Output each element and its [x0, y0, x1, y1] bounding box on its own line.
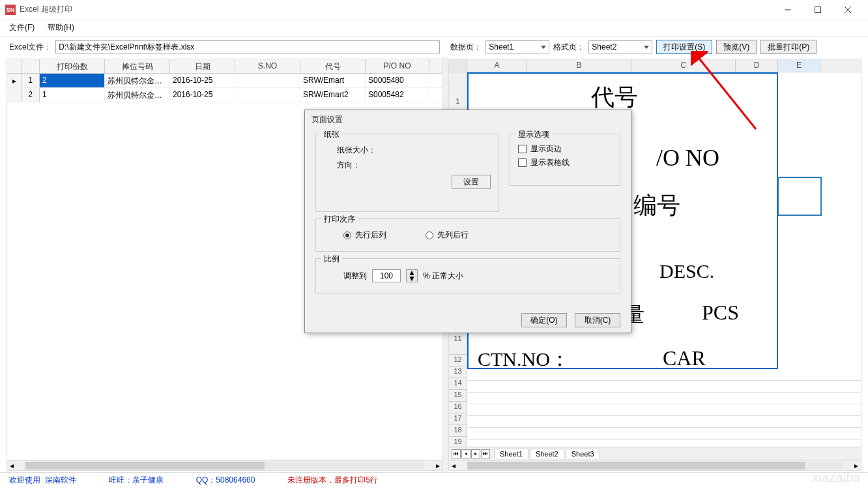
file-path-input[interactable]: [55, 40, 440, 53]
tab-nav-next-icon[interactable]: ▸: [471, 449, 480, 458]
row-first-radio[interactable]: 先行后列: [343, 230, 386, 241]
close-button[interactable]: [833, 0, 863, 20]
spinner-down-icon[interactable]: ▼: [407, 276, 417, 282]
col-first-radio[interactable]: 先列后行: [426, 230, 469, 241]
sheet-gridlines: [467, 369, 861, 447]
tab-nav-last-icon[interactable]: ⏭: [481, 449, 490, 458]
paper-size-label: 纸张大小：: [337, 145, 376, 156]
tab-sheet2[interactable]: Sheet2: [530, 449, 564, 458]
grid-hscroll[interactable]: ◂▸: [7, 460, 442, 470]
col-header-code[interactable]: 代号: [300, 59, 366, 73]
print-settings-button[interactable]: 打印设置(S): [656, 40, 712, 54]
tab-sheet3[interactable]: Sheet3: [566, 449, 600, 458]
ok-button[interactable]: 确定(O): [521, 313, 567, 327]
sheet-tabs: ⏮ ◂ ▸ ⏭ Sheet1 Sheet2 Sheet3: [449, 447, 861, 460]
status-qq-label: QQ：: [196, 475, 216, 485]
menu-file[interactable]: 文件(F): [9, 22, 35, 33]
sheet-cell-text: 编号: [633, 190, 680, 222]
row-header[interactable]: 18: [449, 425, 467, 437]
col-header-a[interactable]: A: [467, 59, 527, 72]
row-header[interactable]: 19: [449, 437, 467, 447]
normal-size-label: % 正常大小: [423, 271, 463, 282]
cell-booth[interactable]: 苏州贝特尔金…: [105, 74, 170, 87]
table-row[interactable]: ▸ 1 2 苏州贝特尔金… 2016-10-25 SRW/Emart S0005…: [7, 74, 442, 88]
toolbar: Excel文件： 数据页： Sheet1 格式页： Sheet2 打印设置(S)…: [0, 37, 868, 57]
paper-settings-button[interactable]: 设置: [452, 175, 491, 189]
data-page-combo[interactable]: Sheet1: [485, 40, 549, 53]
row-header[interactable]: 17: [449, 413, 467, 425]
scale-group-label: 比例: [321, 254, 342, 265]
cell-booth[interactable]: 苏州贝特尔金…: [105, 88, 170, 102]
row-indicator-icon: [7, 88, 22, 102]
row-number: 2: [22, 88, 40, 102]
sheet-cell-text: PCS: [702, 301, 739, 325]
radio-icon: [343, 232, 351, 239]
tab-sheet1[interactable]: Sheet1: [494, 449, 528, 458]
cell-code[interactable]: SRW/Emart2: [300, 88, 366, 102]
scale-spinner[interactable]: [372, 269, 401, 282]
cell-copies[interactable]: 2: [40, 74, 105, 87]
show-gridlines-checkbox[interactable]: 显示表格线: [518, 157, 612, 168]
tab-nav-prev-icon[interactable]: ◂: [461, 449, 470, 458]
row-indicator-icon: ▸: [7, 74, 22, 87]
sheet-cell-text: /O NO: [656, 144, 719, 172]
col-header-copies[interactable]: 打印份数: [40, 59, 105, 73]
menu-help[interactable]: 帮助(H): [48, 22, 74, 33]
sheet-corner[interactable]: [449, 59, 467, 72]
sheet-hscroll[interactable]: ◂▸: [449, 460, 861, 470]
row-header[interactable]: 14: [449, 378, 467, 390]
col-header-sno[interactable]: S.NO: [235, 59, 300, 73]
col-header-po[interactable]: P/O NO: [366, 59, 429, 73]
tab-nav-first-icon[interactable]: ⏮: [452, 449, 461, 458]
col-header-date[interactable]: 日期: [170, 59, 235, 73]
table-row[interactable]: 2 1 苏州贝特尔金… 2016-10-25 SRW/Emart2 S00054…: [7, 88, 442, 102]
status-wangwang-value: 亲子健康: [132, 475, 164, 485]
cell-sno[interactable]: [235, 74, 300, 87]
sheet-cell-text: DESC.: [659, 260, 714, 282]
col-header-booth[interactable]: 摊位号码: [105, 59, 170, 73]
checkbox-icon: [518, 145, 527, 153]
format-page-label: 格式页：: [553, 42, 585, 53]
col-header-c[interactable]: C: [631, 59, 736, 72]
format-page-combo[interactable]: Sheet2: [588, 40, 652, 53]
cell-date[interactable]: 2016-10-25: [170, 74, 235, 87]
cell-code[interactable]: SRW/Emart: [300, 74, 366, 87]
row-header[interactable]: 16: [449, 402, 467, 413]
radio-icon: [426, 232, 433, 239]
app-icon: SN: [5, 5, 16, 15]
status-welcome: 欢迎使用: [9, 475, 40, 485]
col-header-b[interactable]: B: [527, 59, 631, 72]
row-first-label: 先行后列: [355, 230, 386, 241]
status-qq-value: 508064660: [216, 475, 255, 485]
preview-button[interactable]: 预览(V): [716, 40, 757, 54]
cell-po[interactable]: S0005480: [366, 74, 429, 87]
cell-po[interactable]: S0005482: [366, 88, 429, 102]
cell-copies[interactable]: 1: [40, 88, 105, 102]
menubar: 文件(F) 帮助(H): [0, 20, 868, 37]
show-margins-label: 显示页边: [530, 143, 562, 155]
paper-group-label: 纸张: [321, 129, 342, 140]
row-header[interactable]: 12: [449, 355, 467, 366]
col-header-d[interactable]: D: [736, 59, 778, 72]
data-page-label: 数据页：: [450, 42, 482, 53]
cell-date[interactable]: 2016-10-25: [170, 88, 235, 102]
row-header[interactable]: 15: [449, 390, 467, 402]
checkbox-icon: [518, 158, 527, 167]
cancel-button[interactable]: 取消(C): [575, 313, 620, 327]
status-unregistered: 未注册版本，最多打印5行: [287, 475, 378, 486]
sheet-col-headers: A B C D E: [449, 59, 861, 72]
show-margins-checkbox[interactable]: 显示页边: [518, 143, 612, 155]
dialog-title: 页面设置: [305, 110, 631, 128]
file-label: Excel文件：: [9, 42, 51, 53]
col-header-e[interactable]: E: [778, 59, 820, 72]
data-page-value: Sheet1: [489, 42, 514, 52]
batch-print-button[interactable]: 批量打印(P): [760, 40, 817, 54]
row-header[interactable]: 13: [449, 366, 467, 378]
minimize-button[interactable]: [773, 0, 803, 20]
sheet-cell-text: CAR: [663, 346, 706, 370]
maximize-button[interactable]: [803, 0, 833, 20]
cell-sno[interactable]: [235, 88, 300, 102]
statusbar: 欢迎使用 深南软件 旺旺：亲子健康 QQ：508064660 未注册版本，最多打…: [0, 472, 868, 488]
adjust-to-label: 调整到: [343, 271, 367, 282]
format-page-value: Sheet2: [592, 42, 616, 52]
